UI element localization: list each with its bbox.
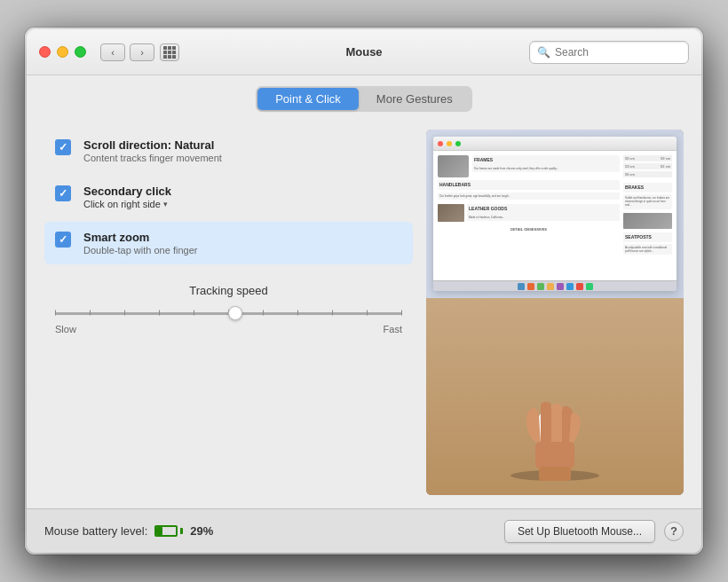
- battery-terminal: [180, 528, 183, 534]
- option-smart-zoom: ✓ Smart zoom Double-tap with one finger: [44, 222, 413, 264]
- main-window: ‹ › Mouse 🔍 Point & Click More Gestures: [27, 29, 701, 553]
- slider-container: Slow Fast: [55, 304, 402, 334]
- preview-dock: [433, 280, 677, 291]
- svg-rect-5: [539, 467, 571, 481]
- right-panel: FRAMES Our frames are made from chrome-m…: [426, 130, 684, 495]
- checkbox-smart-zoom-icon: ✓: [55, 232, 71, 248]
- search-box[interactable]: 🔍: [529, 41, 689, 64]
- preview-content: FRAMES Our frames are made from chrome-m…: [433, 151, 677, 291]
- dropdown-arrow-icon: ▾: [163, 200, 168, 208]
- smart-zoom-text: Smart zoom Double-tap with one finger: [83, 231, 402, 256]
- preview-handlebars-title: HANDLEBARS: [438, 180, 620, 190]
- dock-icon-5: [557, 283, 564, 290]
- battery-body: [154, 525, 178, 537]
- preview-leather-img: [438, 204, 464, 222]
- dock-icon-6: [566, 283, 574, 290]
- tracking-section: Tracking speed: [44, 284, 413, 334]
- hand-mouse-illustration: [502, 371, 608, 486]
- battery-icon: [154, 525, 183, 537]
- slider-track[interactable]: [55, 304, 402, 322]
- search-input[interactable]: [555, 46, 681, 59]
- nav-buttons: ‹ ›: [100, 43, 154, 61]
- tab-point-click[interactable]: Point & Click: [257, 88, 359, 110]
- scroll-direction-title: Scroll direction: Natural: [83, 138, 402, 152]
- traffic-lights: [39, 46, 86, 58]
- checkbox-secondary-icon: ✓: [55, 185, 71, 201]
- preview-seatpost-text: An adjustable seat with a traditional pu…: [623, 244, 672, 255]
- tab-more-gestures[interactable]: More Gestures: [359, 88, 471, 110]
- preview-leather-title: LEATHER GOODS: [467, 204, 620, 214]
- preview-mac-titlebar: [433, 137, 677, 151]
- preview-brakes-text: Subtle and handsome, our brakes are mini…: [623, 194, 672, 209]
- battery-fill: [156, 527, 162, 535]
- bottom-bar: Mouse battery level: 29% Set Up Bluetoot…: [27, 508, 701, 553]
- preview-specs: 50 cm59 cm 53 cm62 cm 56 cm BRAKES Subtl…: [623, 155, 672, 287]
- svg-rect-4: [535, 442, 574, 468]
- battery-section: Mouse battery level: 29%: [44, 524, 213, 538]
- preview-left-col: FRAMES Our frames are made from chrome-m…: [438, 155, 620, 287]
- close-button[interactable]: [39, 46, 51, 58]
- grid-icon: [163, 46, 176, 59]
- scroll-direction-desc: Content tracks finger movement: [83, 153, 402, 163]
- secondary-click-dropdown[interactable]: Click on right side ▾: [83, 199, 168, 209]
- spec-row-3: 56 cm: [623, 171, 672, 177]
- preview-screenshot: FRAMES Our frames are made from chrome-m…: [426, 130, 684, 298]
- dock-icon-2: [527, 283, 534, 290]
- left-panel: ✓ Scroll direction: Natural Content trac…: [44, 130, 426, 495]
- smart-zoom-title: Smart zoom: [83, 231, 402, 244]
- help-button[interactable]: ?: [664, 522, 684, 541]
- slider-slow-label: Slow: [55, 324, 76, 334]
- setup-bluetooth-button[interactable]: Set Up Bluetooth Mouse...: [504, 520, 655, 543]
- preview-mac-window: FRAMES Our frames are made from chrome-m…: [433, 137, 677, 291]
- tracking-label: Tracking speed: [55, 284, 402, 297]
- checkbox-scroll-icon: ✓: [55, 139, 71, 155]
- tab-group: Point & Click More Gestures: [256, 86, 472, 112]
- option-scroll-direction: ✓ Scroll direction: Natural Content trac…: [44, 130, 413, 172]
- secondary-click-desc: Click on right side ▾: [83, 199, 402, 209]
- dock-icon-7: [576, 283, 583, 290]
- preview-title-text: FRAMES: [472, 155, 620, 165]
- preview-bike-image: [438, 155, 469, 177]
- preview-brand-label: DETAIL OBSESSIVES: [438, 227, 620, 232]
- grid-button[interactable]: [160, 43, 179, 61]
- slider-thumb[interactable]: [228, 306, 242, 320]
- dock-icon-8: [586, 283, 593, 290]
- forward-button[interactable]: ›: [130, 43, 154, 61]
- smart-zoom-desc: Double-tap with one finger: [83, 245, 402, 256]
- dock-icon-3: [537, 283, 544, 290]
- preview-seatpost-title: SEATPOSTS: [623, 232, 672, 242]
- minimize-button[interactable]: [57, 46, 68, 58]
- battery-percent: 29%: [190, 524, 213, 538]
- option-secondary-click: ✓ Secondary click Click on right side ▾: [44, 176, 413, 218]
- preview-body-text: Our frames are made from chrome-moly ste…: [472, 165, 620, 172]
- main-content: ✓ Scroll direction: Natural Content trac…: [27, 121, 701, 508]
- checkbox-smart-zoom[interactable]: ✓: [55, 232, 73, 249]
- magic-mouse-scene: [426, 298, 684, 495]
- scroll-direction-text: Scroll direction: Natural Content tracks…: [83, 138, 402, 163]
- preview-brakes-title: BRAKES: [623, 183, 672, 193]
- slider-fast-label: Fast: [384, 324, 402, 334]
- maximize-button[interactable]: [75, 46, 86, 58]
- preview-leather-text: Made in Hazleton, California...: [467, 214, 620, 221]
- spec-row-1: 50 cm59 cm: [623, 155, 672, 161]
- secondary-click-text: Secondary click Click on right side ▾: [83, 185, 402, 209]
- slider-labels: Slow Fast: [55, 324, 402, 334]
- dock-icon-4: [547, 283, 554, 290]
- checkbox-scroll[interactable]: ✓: [55, 139, 73, 157]
- checkbox-secondary[interactable]: ✓: [55, 185, 73, 203]
- preview-mouse-area: [426, 298, 684, 495]
- secondary-click-title: Secondary click: [83, 185, 402, 198]
- slider-line: [55, 312, 402, 315]
- battery-label: Mouse battery level:: [44, 524, 147, 538]
- preview-screenshot-area: FRAMES Our frames are made from chrome-m…: [426, 130, 684, 298]
- titlebar: ‹ › Mouse 🔍: [27, 29, 701, 75]
- preview-seatpost-img: [623, 213, 672, 229]
- back-button[interactable]: ‹: [100, 43, 125, 61]
- bottom-right: Set Up Bluetooth Mouse... ?: [504, 520, 684, 543]
- spec-row-2: 53 cm62 cm: [623, 163, 672, 169]
- search-icon: 🔍: [537, 46, 550, 59]
- dock-icon-1: [518, 283, 525, 290]
- preview-handlebars-text: Our leather grips look great, age beauti…: [438, 193, 620, 200]
- tabs-row: Point & Click More Gestures: [27, 75, 701, 121]
- window-title: Mouse: [345, 45, 382, 59]
